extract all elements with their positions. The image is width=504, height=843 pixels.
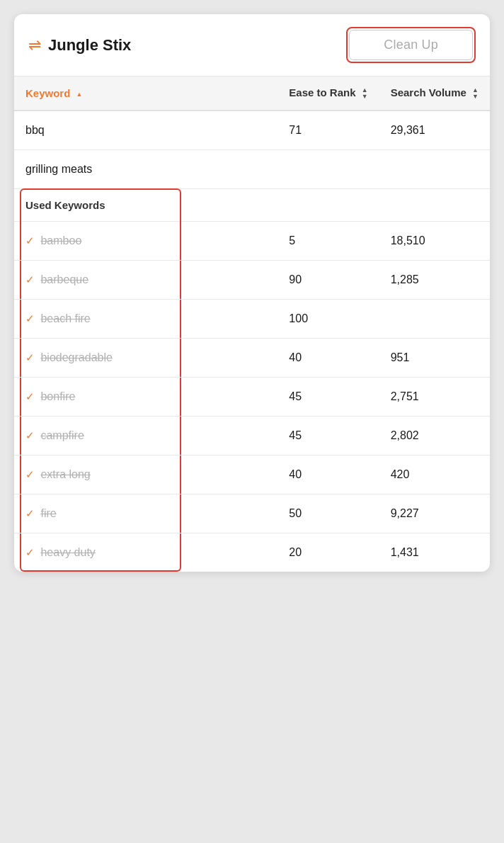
ease-sort-arrows: ▲ ▼: [362, 87, 368, 100]
ease-cell: [277, 150, 379, 189]
up-arrow-keyword: ▲: [76, 91, 83, 98]
col-header-keyword[interactable]: Keyword ▲: [14, 77, 277, 111]
used-keywords-header-row: Used Keywords: [14, 189, 490, 222]
check-icon: ✓: [25, 390, 35, 402]
header-left: ⇌ Jungle Stix: [28, 36, 131, 55]
col-header-ease[interactable]: Ease to Rank ▲ ▼: [277, 77, 379, 111]
table-row: ✓ fire 50 9,227: [14, 494, 490, 533]
ease-cell: 45: [277, 417, 379, 456]
check-icon: ✓: [25, 312, 35, 324]
search-cell: 1,285: [379, 261, 490, 300]
keyword-cell: ✓ biodegradable: [14, 339, 277, 378]
keyword-cell: grilling meats: [14, 150, 277, 189]
ease-cell: 40: [277, 339, 379, 378]
ease-cell: 50: [277, 494, 379, 533]
check-icon: ✓: [25, 351, 35, 363]
check-icon: ✓: [25, 468, 35, 480]
table-body: bbq 71 29,361 grilling meats Used Keywor…: [14, 111, 490, 572]
table-row: ✓ biodegradable 40 951: [14, 339, 490, 378]
search-cell: 9,227: [379, 494, 490, 533]
table-row: ✓ heavy duty 20 1,431: [14, 533, 490, 572]
ease-cell: 45: [277, 378, 379, 417]
keyword-cell: ✓ barbeque: [14, 261, 277, 300]
cleanup-btn-wrapper: Clean Up: [346, 27, 476, 63]
search-sort-arrows: ▲ ▼: [472, 87, 479, 100]
keyword-cell: ✓ heavy duty: [14, 533, 277, 572]
table-row: ✓ bamboo 5 18,510: [14, 222, 490, 261]
col-header-search[interactable]: Search Volume ▲ ▼: [379, 77, 490, 111]
table-header: Keyword ▲ Ease to Rank ▲ ▼ Search Volu: [14, 77, 490, 111]
check-icon: ✓: [25, 273, 35, 285]
keywords-table: Keyword ▲ Ease to Rank ▲ ▼ Search Volu: [14, 77, 490, 572]
cleanup-button[interactable]: Clean Up: [349, 30, 473, 60]
search-cell: 420: [379, 456, 490, 494]
ease-cell: 100: [277, 300, 379, 339]
search-cell: [379, 300, 490, 339]
used-keywords-label: Used Keywords: [14, 189, 490, 222]
main-card: ⇌ Jungle Stix Clean Up Keyword ▲ Ease to…: [14, 14, 490, 572]
check-icon: ✓: [25, 507, 35, 519]
keyword-cell: ✓ bonfire: [14, 378, 277, 417]
search-cell: 18,510: [379, 222, 490, 261]
ease-cell: 20: [277, 533, 379, 572]
check-icon: ✓: [25, 429, 35, 441]
search-cell: 951: [379, 339, 490, 378]
keyword-cell: ✓ campfire: [14, 417, 277, 456]
check-icon: ✓: [25, 234, 35, 247]
search-cell: 1,431: [379, 533, 490, 572]
ease-cell: 71: [277, 111, 379, 150]
ease-cell: 90: [277, 261, 379, 300]
app-title: Jungle Stix: [48, 36, 131, 55]
table-row: ✓ extra long 40 420: [14, 456, 490, 494]
keyword-cell: ✓ extra long: [14, 456, 277, 494]
keyword-cell: ✓ beach fire: [14, 300, 277, 339]
check-icon: ✓: [25, 546, 35, 558]
table-row: ✓ barbeque 90 1,285: [14, 261, 490, 300]
header: ⇌ Jungle Stix Clean Up: [14, 14, 490, 77]
keyword-sort-arrows: ▲: [76, 91, 83, 98]
ease-cell: 40: [277, 456, 379, 494]
search-cell: 29,361: [379, 111, 490, 150]
table-row: grilling meats: [14, 150, 490, 189]
table-row: bbq 71 29,361: [14, 111, 490, 150]
filter-icon: ⇌: [28, 36, 41, 55]
search-cell: 2,802: [379, 417, 490, 456]
ease-cell: 5: [277, 222, 379, 261]
search-cell: [379, 150, 490, 189]
table-row: ✓ campfire 45 2,802: [14, 417, 490, 456]
search-cell: 2,751: [379, 378, 490, 417]
table-row: ✓ bonfire 45 2,751: [14, 378, 490, 417]
table-container: Keyword ▲ Ease to Rank ▲ ▼ Search Volu: [14, 77, 490, 572]
keyword-cell: ✓ fire: [14, 494, 277, 533]
keyword-cell: bbq: [14, 111, 277, 150]
keyword-cell: ✓ bamboo: [14, 222, 277, 261]
table-row: ✓ beach fire 100: [14, 300, 490, 339]
